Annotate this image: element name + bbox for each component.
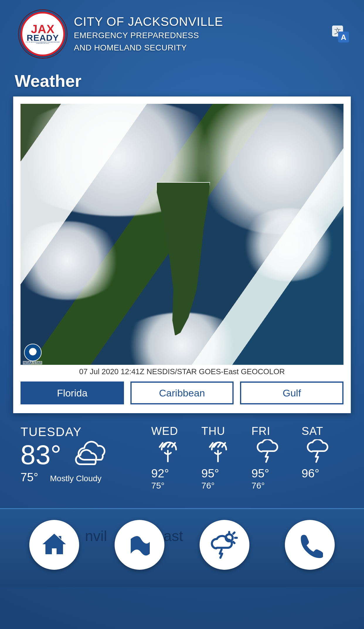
translate-button[interactable]	[329, 22, 352, 46]
nav-map-button[interactable]	[115, 520, 164, 570]
nav-home-button[interactable]	[29, 520, 79, 570]
logo-subtext: CITY OF JACKSONVILLE EMERGENCY PREPAREDN…	[22, 42, 63, 44]
day-low: 76°	[251, 481, 298, 491]
satellite-caption: 07 Jul 2020 12:41Z NESDIS/STAR GOES-East…	[21, 365, 343, 382]
day-low: 75°	[151, 481, 198, 491]
department-line1: EMERGENCY PREPAREDNESS	[74, 30, 329, 41]
weather-icon	[210, 530, 239, 560]
satellite-image[interactable]: NOAA STAR	[21, 104, 343, 365]
day-label: FRI	[251, 425, 298, 438]
nav-phone-button[interactable]	[285, 520, 335, 570]
region-tab-caribbean[interactable]: Caribbean	[130, 382, 234, 404]
forecast-day-wed[interactable]: WED 92° 75°	[149, 425, 200, 491]
day-high: 92°	[151, 467, 198, 480]
header-title-block: CITY OF JACKSONVILLE EMERGENCY PREPAREDN…	[74, 15, 329, 53]
forecast-day-fri[interactable]: FRI 95° 76°	[250, 425, 300, 491]
storm-icon	[251, 439, 284, 465]
home-icon	[40, 530, 69, 560]
logo-line2: READY	[27, 34, 59, 42]
forecast-panel: TUESDAY 83° 75° Mostly Cloudy WED 92° 75…	[0, 413, 364, 505]
rain-icon	[151, 439, 183, 465]
satellite-card: NOAA STAR 07 Jul 2020 12:41Z NESDIS/STAR…	[13, 96, 351, 413]
city-name: CITY OF JACKSONVILLE	[74, 15, 329, 29]
day-label: THU	[201, 425, 248, 438]
today-condition: Mostly Cloudy	[50, 474, 102, 483]
map-icon	[125, 530, 154, 560]
today-high: 83°	[21, 441, 61, 468]
day-high: 95°	[251, 467, 298, 480]
cloudy-icon	[69, 440, 113, 469]
app-header: JAX READY CITY OF JACKSONVILLE EMERGENCY…	[0, 0, 364, 62]
day-high: 95°	[201, 467, 248, 480]
today-dayname: TUESDAY	[21, 425, 149, 439]
bottom-nav: nvil ast	[0, 509, 364, 587]
page-title: Weather	[0, 62, 364, 96]
storm-icon	[302, 439, 334, 465]
translate-icon	[331, 24, 351, 44]
phone-icon	[297, 532, 323, 558]
forecast-today[interactable]: TUESDAY 83° 75° Mostly Cloudy	[21, 425, 149, 491]
forecast-days: WED 92° 75° THU 95° 76° FRI 95° 76° SAT …	[149, 425, 350, 491]
noaa-label: NOAA STAR	[23, 361, 42, 364]
day-label: SAT	[302, 425, 348, 438]
region-tab-label: Caribbean	[159, 387, 205, 399]
cloud-overlay	[21, 221, 124, 300]
day-low: 76°	[201, 481, 248, 491]
department-line2: AND HOMELAND SECURITY	[74, 42, 329, 53]
region-tab-label: Gulf	[283, 387, 301, 399]
day-high: 96°	[302, 467, 348, 480]
region-tab-gulf[interactable]: Gulf	[240, 382, 343, 404]
nav-weather-button[interactable]	[200, 520, 249, 570]
ghost-text-left: nvil	[85, 528, 107, 545]
region-tab-florida[interactable]: Florida	[21, 382, 124, 404]
region-tab-label: Florida	[57, 387, 87, 399]
forecast-day-thu[interactable]: THU 95° 76°	[200, 425, 250, 491]
cloud-overlay	[240, 208, 337, 281]
logo-line1: JAX	[31, 24, 55, 34]
noaa-badge-icon	[24, 344, 42, 361]
florida-outline	[156, 182, 210, 336]
rain-icon	[201, 439, 234, 465]
ghost-text-right: ast	[164, 528, 183, 545]
today-low: 75°	[21, 471, 38, 484]
jaxready-logo: JAX READY CITY OF JACKSONVILLE EMERGENCY…	[21, 12, 65, 56]
region-tabs: Florida Caribbean Gulf	[21, 382, 343, 404]
forecast-day-sat[interactable]: SAT 96°	[300, 425, 350, 491]
day-label: WED	[151, 425, 198, 438]
